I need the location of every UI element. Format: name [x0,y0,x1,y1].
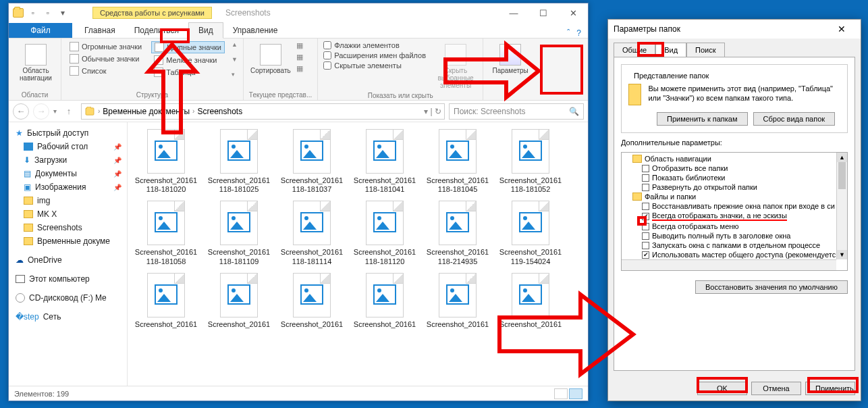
file-name: Screenshot_20161 [208,320,270,329]
node-expand[interactable]: Развернуть до открытой папки [623,182,846,192]
layout-down-icon[interactable]: ▼ [232,56,238,63]
file-name: Screenshot_20161118-181037 [281,176,343,194]
tab-view[interactable]: Вид [188,22,223,39]
sidebar-desktop[interactable]: Рабочий стол📌 [11,140,124,153]
sidebar-documents[interactable]: ▤Документы📌 [11,167,124,180]
breadcrumb-1[interactable]: Временные документы [103,107,190,116]
node-show-libs[interactable]: Показать библиотеки [623,173,846,182]
qat-dropdown-icon[interactable]: ▾ [56,6,70,20]
file-item[interactable]: Screenshot_20161118-181037 [280,129,344,194]
node-show-all[interactable]: Отобразить все папки [623,163,846,173]
layout-table[interactable]: Таблица [151,67,225,78]
file-item[interactable]: Screenshot_20161118-181025 [207,129,271,194]
sizecol-icon[interactable]: ▦ [296,64,303,73]
file-item[interactable]: Screenshot_20161118-181052 [499,129,562,194]
restore-defaults-button[interactable]: Восстановить значения по умолчанию [695,280,848,294]
tab-share[interactable]: Поделиться [125,23,188,38]
layout-more-icon[interactable]: ▾ [232,71,238,78]
groupby-icon[interactable]: ▦ [296,41,303,50]
node-always-icons[interactable]: ✔Всегда отображать значки, а не эскизы [623,211,846,222]
tab-manage[interactable]: Управление [223,23,288,38]
node-separate[interactable]: Запускать окна с папками в отдельном про… [623,240,846,250]
node-full-path[interactable]: Выводить полный путь в заголовке окна [623,231,846,240]
apply-button[interactable]: Применить [805,382,855,395]
advanced-tree[interactable]: Область навигации Отобразить все папки П… [621,152,848,271]
ok-button[interactable]: OK [697,382,747,395]
check-hidden[interactable]: Скрытые элементы [323,61,426,70]
fieldset-legend: Представление папок [631,72,711,80]
file-item[interactable]: Screenshot_20161119-154024 [499,201,562,265]
forward-button[interactable]: → [33,103,49,120]
file-item[interactable]: Screenshot_20161 [426,273,489,329]
check-extensions[interactable]: Расширения имен файлов [323,51,426,59]
view-details-icon[interactable] [554,388,568,399]
close-button[interactable]: ✕ [558,3,588,22]
breadcrumb-2[interactable]: Screenshots [197,107,242,116]
ribbon-expand-icon[interactable]: ˆ [567,28,570,38]
addcol-icon[interactable]: ▦ [296,53,303,61]
address-bar[interactable]: › Временные документы › Screenshots ▾ | … [81,103,445,120]
dlg-tab-general[interactable]: Общие [614,43,655,57]
tree-vscrollbar[interactable]: ▲▼ [836,153,847,259]
file-name: Screenshot_20161118-181020 [135,176,197,194]
file-item[interactable]: Screenshot_20161118-181109 [207,201,271,265]
sidebar-cd[interactable]: CD-дисковод (F:) Me [11,291,124,305]
tab-home[interactable]: Главная [75,23,125,38]
sidebar-img[interactable]: img [11,194,124,207]
sort-button[interactable]: Сортировать [249,41,292,77]
dialog-close-button[interactable]: ✕ [828,24,855,34]
sidebar-screenshots[interactable]: Screenshots [11,221,124,234]
minimize-button[interactable]: — [499,3,528,22]
check-flags[interactable]: Флажки элементов [323,41,426,49]
sidebar-thispc[interactable]: Этот компьютер [11,272,124,286]
sidebar-pictures[interactable]: ▣Изображения📌 [11,180,124,194]
layout-large[interactable]: Крупные значки [151,41,225,53]
cancel-button[interactable]: Отмена [751,382,801,395]
maximize-button[interactable]: ☐ [528,3,558,22]
file-item[interactable]: Screenshot_20161118-181020 [134,129,198,194]
node-sharing[interactable]: ✔Использовать мастер общего доступа (рек… [623,250,846,259]
help-icon[interactable]: ? [576,28,581,38]
file-name: Screenshot_20161118-181045 [427,176,489,194]
file-item[interactable]: Screenshot_20161118-181058 [134,201,198,265]
sidebar-onedrive[interactable]: ☁OneDrive [11,253,124,267]
node-restore[interactable]: Восстанавливать прежние окна папок при в… [623,201,846,211]
tree-hscrollbar[interactable] [622,259,836,270]
sidebar-temp[interactable]: Временные докуме [11,234,124,248]
file-item[interactable]: Screenshot_20161118-214935 [426,201,489,265]
file-item[interactable]: Screenshot_20161118-181120 [353,201,416,265]
qat-props-icon[interactable]: ▫ [26,6,40,20]
layout-huge[interactable]: Огромные значки [67,41,144,52]
file-item[interactable]: Screenshot_20161118-181041 [353,129,416,194]
dlg-tab-view[interactable]: Вид [655,43,686,57]
sidebar-mkx[interactable]: MK X [11,207,124,221]
options-button[interactable]: Параметры [489,41,532,77]
node-always-menu[interactable]: Всегда отображать меню [623,222,846,231]
file-item[interactable]: Screenshot_20161118-181114 [280,201,344,265]
history-dropdown[interactable]: ▾ [53,107,57,115]
layout-list[interactable]: Список [67,66,144,76]
back-button[interactable]: ← [13,103,29,120]
dlg-tab-search[interactable]: Поиск [686,43,724,57]
layout-normal[interactable]: Обычные значки [67,53,144,64]
sidebar-quick-access[interactable]: ★Быстрый доступ [11,126,124,140]
file-item[interactable]: Screenshot_20161 [207,273,271,329]
qat-new-icon[interactable]: ▫ [41,6,55,20]
layout-up-icon[interactable]: ▲ [232,41,238,48]
nav-pane-button[interactable]: Область навигации [14,41,57,84]
search-box[interactable]: Поиск: Screenshots 🔍 [449,103,584,120]
file-item[interactable]: Screenshot_20161 [499,273,562,329]
file-item[interactable]: Screenshot_20161 [134,273,198,329]
tab-file[interactable]: Файл [9,23,72,38]
layout-small[interactable]: Мелкие значки [151,55,225,66]
sidebar-network[interactable]: �stepСеть [11,310,124,324]
file-item[interactable]: Screenshot_20161118-181045 [426,129,489,194]
apply-to-folders-button[interactable]: Применить к папкам [657,112,748,126]
view-icons-icon[interactable] [569,388,582,399]
up-button[interactable]: ↑ [61,103,77,120]
file-name: Screenshot_20161118-181058 [135,248,197,265]
reset-folders-button[interactable]: Сброс вида папок [753,112,836,126]
sidebar-downloads[interactable]: ⬇Загрузки📌 [11,153,124,167]
file-item[interactable]: Screenshot_20161 [280,273,344,329]
file-item[interactable]: Screenshot_20161 [353,273,416,329]
